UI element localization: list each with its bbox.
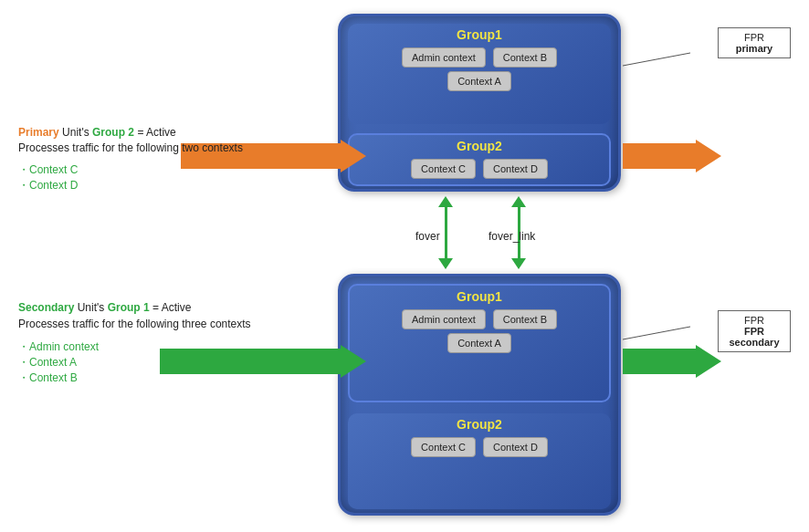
secondary-context-a-label: ・Context A	[18, 355, 77, 370]
secondary-group1-ref: Group 1	[108, 301, 150, 314]
primary-word: Primary	[18, 126, 59, 139]
secondary-context-b-label: ・Context B	[18, 370, 78, 386]
secondary-green-arrow-left	[160, 345, 366, 378]
secondary-desc-line1: Secondary Unit's Group 1 = Active	[18, 301, 191, 314]
primary-context-d: Context D	[483, 159, 548, 179]
secondary-word: Secondary	[18, 301, 74, 314]
primary-orange-arrow-right	[623, 140, 721, 172]
secondary-group2-section: Group2 Context C Context D	[348, 413, 611, 509]
fover-arrow-shaft	[445, 207, 447, 258]
secondary-context-b-bullet: ・Context B	[18, 371, 78, 384]
secondary-context-a-bullet: ・Context A	[18, 356, 77, 369]
fpr-primary-label: FPRprimary	[718, 27, 791, 58]
secondary-active-text: = Active	[152, 301, 191, 314]
primary-group2-title: Group2	[357, 139, 602, 153]
secondary-fpr-device: Group1 Admin context Context B Context A…	[338, 274, 621, 516]
primary-group1-title: Group1	[355, 27, 604, 42]
primary-group2-row: Context C Context D	[357, 159, 602, 179]
fpr-secondary-text: FPRFPR secondary	[729, 315, 779, 348]
secondary-admin-context-label: ・Admin context	[18, 339, 99, 355]
svg-line-0	[623, 53, 690, 66]
secondary-group2-row: Context C Context D	[355, 437, 604, 457]
secondary-admin-bullet: ・Admin context	[18, 340, 99, 353]
diagram-container: Group1 Admin context Context B Context A…	[0, 0, 809, 532]
secondary-group1-row2: Context A	[357, 333, 602, 353]
fpr-primary-text: FPRprimary	[736, 32, 772, 54]
primary-orange-head-left	[341, 140, 366, 172]
primary-context-c-label: ・Context C	[18, 162, 78, 178]
fover-link-label: fover_link	[489, 230, 535, 243]
fover-link-arrow-up	[511, 196, 526, 207]
primary-context-b: Context B	[493, 47, 557, 68]
secondary-unit-text: Unit's	[78, 301, 108, 314]
secondary-group1-section: Group1 Admin context Context B Context A	[348, 284, 611, 402]
secondary-group1-title: Group1	[357, 289, 602, 304]
primary-group1-row2: Context A	[355, 71, 604, 91]
secondary-green-shaft-right	[623, 349, 696, 374]
primary-context-c: Context C	[411, 159, 476, 179]
secondary-context-c: Context C	[411, 437, 476, 457]
primary-context-d-label: ・Context D	[18, 178, 78, 193]
primary-orange-head-right	[696, 140, 721, 172]
primary-group2-section: Group2 Context C Context D	[348, 133, 611, 186]
secondary-green-head-right	[696, 345, 721, 378]
primary-orange-shaft-right	[623, 143, 696, 169]
secondary-group1-row1: Admin context Context B	[357, 309, 602, 329]
fover-arrow	[438, 196, 453, 269]
fover-link-arrow-down	[511, 258, 526, 269]
secondary-group2-title: Group2	[355, 417, 604, 432]
primary-admin-context: Admin context	[402, 47, 486, 68]
primary-context-d-bullet: ・Context D	[18, 179, 78, 192]
fover-arrow-up	[438, 196, 453, 207]
primary-group1-section: Group1 Admin context Context B Context A	[348, 24, 611, 124]
secondary-context-a: Context A	[447, 333, 511, 353]
fover-arrow-down	[438, 258, 453, 269]
secondary-desc-line2: Processes traffic for the following thre…	[18, 318, 251, 330]
primary-fpr-device: Group1 Admin context Context B Context A…	[338, 14, 621, 192]
primary-unit-text: Unit's	[62, 126, 92, 139]
svg-line-1	[623, 327, 690, 339]
secondary-green-head-left	[341, 345, 366, 378]
secondary-context-d: Context D	[483, 437, 548, 457]
primary-group1-row1: Admin context Context B	[355, 47, 604, 68]
secondary-green-shaft-left	[160, 349, 341, 374]
secondary-green-arrow-right	[623, 345, 721, 378]
fover-label: fover	[415, 230, 440, 243]
primary-context-a: Context A	[447, 71, 511, 91]
primary-group2-ref: Group 2	[92, 126, 134, 139]
secondary-admin-context: Admin context	[402, 309, 486, 329]
primary-desc-line2: Processes traffic for the following two …	[18, 141, 243, 154]
primary-desc-line1: Primary Unit's Group 2 = Active	[18, 126, 176, 139]
secondary-context-b: Context B	[493, 309, 557, 329]
fpr-secondary-label: FPRFPR secondary	[718, 310, 791, 352]
primary-context-c-bullet: ・Context C	[18, 163, 78, 176]
primary-active-text: = Active	[137, 126, 175, 139]
